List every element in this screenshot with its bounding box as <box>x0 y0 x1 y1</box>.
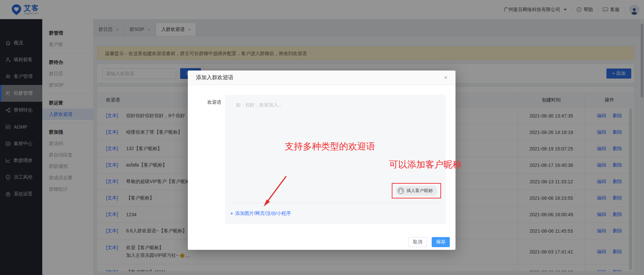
add-welcome-modal: 添加入群欢迎语 × 欢迎语 如：你好，欢迎加入... 插入客户昵称 + 添加图片… <box>188 71 455 250</box>
close-icon[interactable]: × <box>444 75 447 81</box>
person-icon <box>397 187 404 194</box>
insert-nickname-highlight-box: 插入客户昵称 <box>392 183 441 198</box>
welcome-field-label: 欢迎语 <box>207 99 221 105</box>
insert-nickname-label: 插入客户昵称 <box>407 188 433 194</box>
textarea-placeholder: 如：你好，欢迎加入... <box>236 102 282 108</box>
plus-icon: + <box>230 211 233 217</box>
annotation-welcome-types: 支持多种类型的欢迎语 <box>263 140 397 152</box>
modal-header: 添加入群欢迎语 × <box>188 71 455 85</box>
insert-nickname-button[interactable]: 插入客户昵称 <box>395 186 437 196</box>
annotation-nickname: 可以添加客户昵称 <box>389 158 462 171</box>
save-button[interactable]: 保存 <box>432 237 450 247</box>
annotation-arrow-icon <box>257 173 290 212</box>
modal-footer: 取消 保存 <box>408 237 450 247</box>
cancel-button[interactable]: 取消 <box>408 237 427 247</box>
modal-title: 添加入群欢迎语 <box>196 74 233 81</box>
app-window: 艾客 aiagain.com 广州壹豆网络科技有限公司 帮助 客服 <box>0 0 644 275</box>
